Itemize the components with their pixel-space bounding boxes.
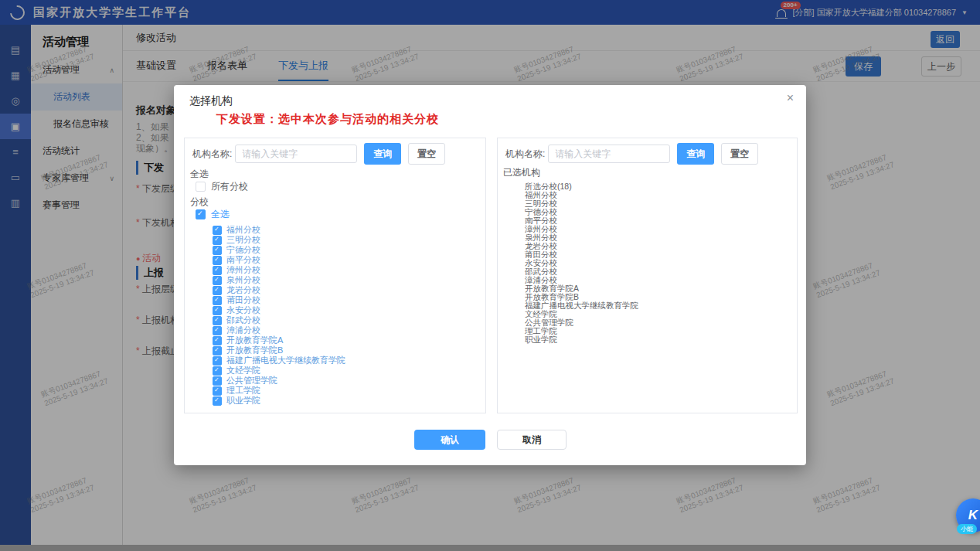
checkbox-checked[interactable]	[213, 376, 222, 386]
checkbox-checked[interactable]	[196, 209, 206, 219]
assistant-label: 小能	[957, 524, 977, 534]
select-all-group-label: 全选	[190, 168, 209, 181]
org-selected-panel: 机构名称: 查询 置空 已选机构 所选分校(18) 福州分校 三明分校 宁德分校	[497, 138, 798, 413]
checkbox-checked[interactable]	[213, 226, 222, 235]
checkbox-checked[interactable]	[213, 296, 222, 305]
checkbox-checked[interactable]	[213, 276, 222, 285]
checkbox-checked[interactable]	[213, 246, 222, 255]
checkbox-unchecked[interactable]	[196, 182, 206, 192]
branch-label: 职业学院	[226, 395, 260, 406]
close-icon[interactable]: ×	[787, 92, 794, 104]
assistant-widget[interactable]: K 小能	[956, 498, 980, 532]
checkbox-checked[interactable]	[213, 286, 222, 295]
branch-group-label: 分校	[190, 196, 209, 209]
checkbox-checked[interactable]	[213, 306, 222, 315]
org-name-label: 机构名称:	[192, 148, 232, 161]
org-source-panel: 机构名称: 查询 置空 全选 所有分校 分校 全选 福州分校	[184, 138, 486, 413]
all-branches-checkbox-row[interactable]: 所有分校	[196, 180, 248, 193]
checkbox-checked[interactable]	[213, 386, 222, 396]
checkbox-checked[interactable]	[213, 326, 222, 335]
checkbox-checked[interactable]	[213, 236, 222, 245]
org-name-label: 机构名称:	[505, 148, 545, 161]
clear-button[interactable]: 置空	[721, 143, 758, 165]
modal-annotation: 下发设置：选中本次参与活动的相关分校	[216, 112, 439, 127]
checkbox-checked[interactable]	[213, 336, 222, 345]
checkbox-checked[interactable]	[213, 256, 222, 265]
check-all-label: 全选	[211, 208, 230, 221]
checkbox-checked[interactable]	[213, 266, 222, 275]
right-search-row: 机构名称: 查询 置空	[505, 143, 758, 165]
cancel-button[interactable]: 取消	[497, 430, 567, 450]
all-branches-label: 所有分校	[211, 180, 248, 193]
branch-checkbox-list: 福州分校 三明分校 宁德分校 南平分校	[213, 225, 345, 406]
search-button[interactable]: 查询	[364, 143, 401, 165]
checkbox-checked[interactable]	[213, 316, 222, 325]
check-all-row[interactable]: 全选	[196, 208, 230, 221]
branch-checkbox-row[interactable]: 职业学院	[213, 396, 345, 406]
checkbox-checked[interactable]	[213, 346, 222, 355]
selected-orgs-list: 所选分校(18) 福州分校 三明分校 宁德分校 南平分校 漳州分校 泉州分校	[525, 182, 638, 344]
selected-orgs-label: 已选机构	[503, 166, 540, 179]
org-search-input[interactable]	[235, 145, 357, 163]
selected-org-item: 职业学院	[525, 335, 638, 344]
confirm-button[interactable]: 确认	[414, 430, 485, 450]
checkbox-checked[interactable]	[213, 356, 222, 366]
modal-title: 选择机构	[189, 94, 233, 108]
left-search-row: 机构名称: 查询 置空	[192, 143, 445, 165]
search-button[interactable]: 查询	[677, 143, 714, 165]
selected-items: 福州分校 三明分校 宁德分校 南平分校 漳州分校 泉州分校 龙岩分校 莆田分校	[525, 191, 638, 344]
select-org-modal: 选择机构 × 下发设置：选中本次参与活动的相关分校 机构名称: 查询 置空 全选…	[174, 85, 806, 465]
app-root: 国家开放大学学生工作平台 200+ [分部] 国家开放大学福建分部 010342…	[0, 0, 980, 551]
checkbox-checked[interactable]	[213, 396, 222, 406]
selected-search-input[interactable]	[548, 145, 670, 163]
checkbox-checked[interactable]	[213, 366, 222, 376]
clear-button[interactable]: 置空	[408, 143, 445, 165]
